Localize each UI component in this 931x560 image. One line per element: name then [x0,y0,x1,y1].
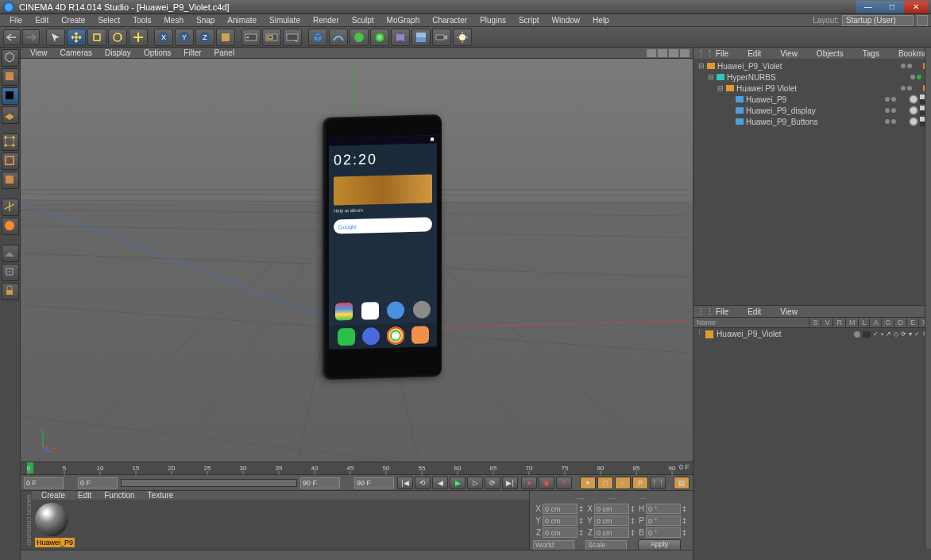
pos-z-input[interactable] [543,527,578,538]
step-forward-button[interactable]: ▷ [467,477,483,489]
menu-plugins[interactable]: Plugins [473,16,512,25]
key-pla-button[interactable]: ⋮⋮ [650,477,666,489]
primitive-cube-button[interactable] [308,29,327,46]
axis-z-button[interactable]: Z [195,29,214,46]
layer-color-icon[interactable] [705,330,713,338]
goto-start-button[interactable]: |◀ [397,477,413,489]
step-back-button[interactable]: ◀ [432,477,448,489]
modeling-button[interactable] [370,29,389,46]
snap-button[interactable] [2,264,19,281]
object-manager-tree[interactable]: ⊟Huawei_P9_Violet⊟HyperNURBS✓⊟Huawei P9 … [693,59,931,305]
vp-menu-options[interactable]: Options [137,48,177,57]
pos-x-input[interactable] [543,504,578,514]
world-dropdown[interactable]: World [533,540,574,550]
tree-row[interactable]: Huawei_P9_display [695,105,929,116]
vp-menu-cameras[interactable]: Cameras [54,48,99,57]
animation-mode-button[interactable]: ▤ [674,477,690,489]
obj-menu-view[interactable]: View [774,49,804,58]
pos-y-input[interactable] [543,516,578,526]
key-param-button[interactable]: P [632,477,648,489]
attr-vis-icon[interactable] [863,331,871,338]
obj-menu-objects[interactable]: Objects [810,49,850,58]
end-frame-input[interactable] [354,477,394,489]
range-end-input[interactable] [300,477,340,489]
mat-menu-edit[interactable]: Edit [71,491,98,500]
menu-edit[interactable]: Edit [29,16,55,25]
menu-sculpt[interactable]: Sculpt [346,16,381,25]
tree-row[interactable]: ⊟Huawei_P9_Violet [695,60,929,71]
vp-nav-toggle-icon[interactable] [680,49,690,57]
nurbs-button[interactable] [350,29,369,46]
soft-select-button[interactable] [2,218,19,235]
record-button[interactable]: ● [521,477,537,489]
range-start-input[interactable] [78,477,118,489]
mat-menu-texture[interactable]: Texture [141,491,180,500]
render-region-button[interactable] [262,29,281,46]
menu-create[interactable]: Create [55,16,91,25]
axis-x-button[interactable]: X [154,29,173,46]
deformer-button[interactable] [391,29,410,46]
menu-animate[interactable]: Animate [221,16,263,25]
attribute-list[interactable]: └ Huawei_P9_Violet ✓ ▪ ↗ ◇ ⟳ ▾ ✓ ✕ [693,328,931,560]
vp-nav-orbit-icon[interactable] [669,49,678,57]
menu-mograph[interactable]: MoGraph [381,16,427,25]
locked-workplane-button[interactable] [2,283,19,300]
recent-tool[interactable] [129,29,148,46]
prev-key-button[interactable]: ⟲ [415,477,431,489]
menu-snap[interactable]: Snap [190,16,221,25]
rotate-tool[interactable] [108,29,127,46]
coord-system-button[interactable] [216,29,235,46]
edges-mode-button[interactable] [2,153,19,170]
tweak-button[interactable] [2,245,19,262]
vp-menu-view[interactable]: View [24,48,54,57]
menu-simulate[interactable]: Simulate [263,16,307,25]
move-tool[interactable] [67,29,86,46]
keyframe-sel-button[interactable]: ? [556,477,572,489]
obj-menu-edit[interactable]: Edit [741,49,767,58]
autokey-button[interactable]: ◉ [539,477,554,489]
menu-character[interactable]: Character [426,16,473,25]
size-x-input[interactable] [594,504,629,514]
key-pos-button[interactable]: ✦ [580,477,596,489]
layout-menu-button[interactable] [917,15,928,26]
light-button[interactable] [453,29,472,46]
mat-menu-create[interactable]: Create [35,491,71,500]
apply-button[interactable]: Apply [638,539,681,550]
obj-menu-file[interactable]: File [709,49,735,58]
collapse-handle[interactable] [925,48,931,549]
vp-menu-filter[interactable]: Filter [177,48,207,57]
menu-render[interactable]: Render [307,16,346,25]
obj-menu-tags[interactable]: Tags [856,49,886,58]
menu-file[interactable]: File [3,16,29,25]
timeline-ruler[interactable]: 051015202530354045505560657075808590 0 F [21,462,693,474]
close-button[interactable]: ✕ [904,1,928,14]
environment-button[interactable] [411,29,431,46]
attr-menu-file[interactable]: File [709,307,735,316]
tree-row[interactable]: Huawei_P9 [695,94,929,105]
mat-menu-function[interactable]: Function [98,491,141,500]
texture-mode-button[interactable] [2,87,19,105]
rot-p-input[interactable] [646,516,681,526]
vp-menu-panel[interactable]: Panel [208,48,241,57]
key-scale-button[interactable]: □ [597,477,613,489]
size-z-input[interactable] [594,527,629,538]
vp-menu-display[interactable]: Display [99,48,137,57]
tree-row[interactable]: ⊟Huawei P9 Violet [695,83,929,94]
vp-nav-zoom-icon[interactable] [658,49,667,57]
workplane-button[interactable] [2,106,19,124]
play-button[interactable]: ▶ [450,477,466,489]
maximize-button[interactable]: □ [880,1,904,14]
make-editable-button[interactable] [2,49,19,67]
axis-mode-button[interactable] [2,199,19,216]
menu-select[interactable]: Select [91,16,126,25]
menu-script[interactable]: Script [512,16,546,25]
attr-solo-icon[interactable] [854,331,860,338]
scale-tool[interactable] [87,29,106,46]
minimize-button[interactable]: — [856,1,880,14]
points-mode-button[interactable] [2,133,19,151]
rot-b-input[interactable] [646,527,681,538]
current-frame-input[interactable] [24,477,64,489]
layout-dropdown[interactable]: Startup (User) [842,15,914,26]
menu-help[interactable]: Help [586,16,616,25]
key-rot-button[interactable]: ○ [615,477,631,489]
